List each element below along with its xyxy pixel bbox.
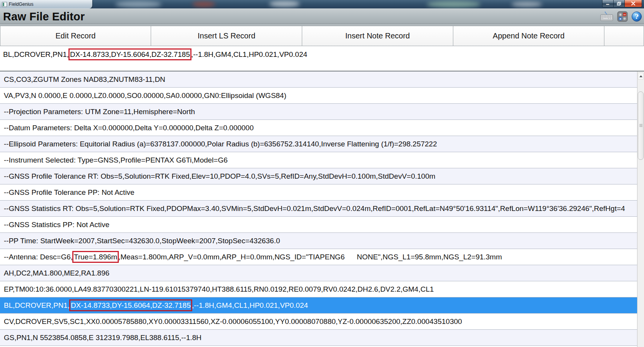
titlebar-glass-blob xyxy=(192,2,215,7)
app-window: FieldGenius Raw File Editor xyxy=(0,0,644,347)
toolbar: Edit Record Insert LS Record Insert Note… xyxy=(0,24,644,46)
record-row[interactable]: BL,DCROVER,PN1,DX-14.8733,DY-15.6064,DZ-… xyxy=(0,297,637,314)
record-text: BL,DCROVER,PN1, xyxy=(4,301,70,309)
titlebar-title-area: FieldGenius xyxy=(0,0,92,8)
minimize-button[interactable] xyxy=(602,0,614,7)
close-button[interactable] xyxy=(624,0,642,7)
app-icon xyxy=(2,2,7,7)
record-row[interactable]: --Antenna: Desc=G6,True=1.896m,Meas=1.80… xyxy=(0,249,637,265)
record-row[interactable]: --GNSS Statistics RT: Obs=5,Solution=RTK… xyxy=(0,201,637,217)
svg-text:?: ? xyxy=(635,13,639,20)
record-row[interactable]: CV,DCROVER,SV5,SC1,XX0.00005785880,XY0.0… xyxy=(0,314,637,330)
svg-text:×: × xyxy=(619,17,622,21)
window-title: FieldGenius xyxy=(9,2,33,7)
record-row[interactable]: VA,PV3,N 0.0000,E 0.0000,LZ0.0000,SO0.00… xyxy=(0,88,637,104)
toolbar-spacer xyxy=(604,26,644,46)
annotation-box: DX-14.8733,DY-15.6064,DZ-32.7185 xyxy=(69,299,192,311)
record-row[interactable]: --PP Time: StartWeek=2007,StartSec=43263… xyxy=(0,233,637,249)
restore-icon xyxy=(617,2,621,6)
scroll-up-button[interactable] xyxy=(638,73,644,80)
titlebar: FieldGenius xyxy=(0,0,644,8)
titlebar-glass-blob xyxy=(115,1,161,8)
titlebar-glass-blob xyxy=(511,2,542,7)
record-row[interactable]: --Datum Parameters: Delta X=0.000000,Del… xyxy=(0,120,637,136)
insert-ls-record-button[interactable]: Insert LS Record xyxy=(151,26,302,46)
record-list: CS,CO3,ZGUTM Zones NAD83,ZNUTM83-11,DNVA… xyxy=(0,71,637,347)
close-icon xyxy=(631,2,636,5)
page-title: Raw File Editor xyxy=(3,10,85,23)
scrollbar-grip-icon xyxy=(639,124,642,128)
record-row[interactable]: CS,CO3,ZGUTM Zones NAD83,ZNUTM83-11,DN xyxy=(0,71,637,88)
app-header: Raw File Editor xyxy=(0,8,644,24)
record-edit-field[interactable]: BL,DCROVER,PN1,DX-14.8733,DY-15.6064,DZ-… xyxy=(0,46,644,71)
record-text: --Antenna: Desc=G6, xyxy=(4,253,73,261)
window-controls xyxy=(602,0,642,7)
record-row[interactable]: --GNSS Statistics PP: Not Active xyxy=(0,217,637,233)
svg-text:+: + xyxy=(619,13,622,17)
titlebar-glass-blob xyxy=(427,1,481,8)
annotation-box: DX-14.8733,DY-15.6064,DZ-32.7185 xyxy=(68,48,191,60)
svg-text:−: − xyxy=(623,13,626,17)
vertical-scrollbar[interactable] xyxy=(637,71,644,347)
restore-button[interactable] xyxy=(614,0,624,7)
edit-text-suffix: ,--1.8H,GM4,CL1,HP0.021,VP0.024 xyxy=(191,50,307,58)
insert-note-record-button[interactable]: Insert Note Record xyxy=(302,26,453,46)
edit-text-prefix: BL,DCROVER,PN1, xyxy=(3,50,69,58)
record-row[interactable]: --GNSS Profile Tolerance PP: Not Active xyxy=(0,184,637,201)
calculator-icon[interactable]: +−×÷ xyxy=(617,11,628,22)
record-row[interactable]: AH,DC2,MA1.800,ME2,RA1.896 xyxy=(0,265,637,281)
help-icon[interactable]: ? xyxy=(631,11,642,22)
titlebar-glass-blob xyxy=(269,1,300,7)
minimize-icon xyxy=(606,2,610,5)
edit-record-button[interactable]: Edit Record xyxy=(0,26,151,46)
append-note-record-button[interactable]: Append Note Record xyxy=(453,26,604,46)
record-text: ,Meas=1.800m,ARP_V=0.0mm,ARP_H=0.0mm,NGS… xyxy=(118,253,502,261)
record-row[interactable]: --Projection Parameters: UTM Zone=11,Hem… xyxy=(0,104,637,120)
header-icon-group: +−×÷ ? xyxy=(599,11,642,22)
arrow-up-icon xyxy=(639,75,642,77)
record-row[interactable]: GS,PN1,N 5523854.0858,E 312319.7988,EL38… xyxy=(0,330,637,346)
annotation-box: True=1.896m xyxy=(72,251,119,263)
record-row[interactable]: --GNSS Profile Tolerance RT: Obs=5,Solut… xyxy=(0,168,637,184)
record-row[interactable]: EP,TM00:10:36.0000,LA49.83770300221,LN-1… xyxy=(0,281,637,297)
record-text: ,--1.8H,GM4,CL1,HP0.021,VP0.024 xyxy=(192,301,308,309)
record-row[interactable]: --Instrument Selected: Type=GNSS,Profile… xyxy=(0,152,637,168)
record-row[interactable]: --Ellipsoid Parameters: Equitorial Radiu… xyxy=(0,136,637,152)
scrollbar-thumb[interactable] xyxy=(638,91,644,160)
svg-text:÷: ÷ xyxy=(623,17,626,21)
keyboard-icon[interactable] xyxy=(599,11,614,22)
